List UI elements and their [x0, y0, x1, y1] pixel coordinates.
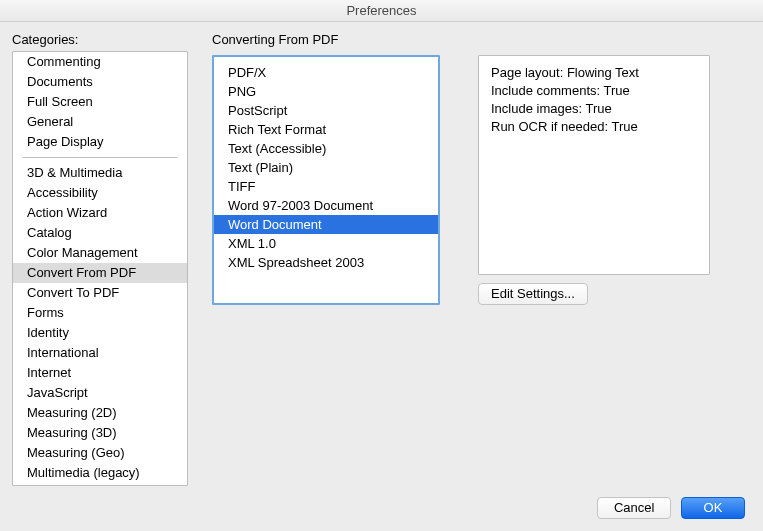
category-item[interactable]: Catalog	[13, 223, 187, 243]
edit-settings-button[interactable]: Edit Settings...	[478, 283, 588, 305]
category-item[interactable]: Page Display	[13, 132, 187, 152]
category-item[interactable]: Measuring (Geo)	[13, 443, 187, 463]
format-item[interactable]: Word 97-2003 Document	[214, 196, 438, 215]
category-item[interactable]: Commenting	[13, 52, 187, 72]
window-title: Preferences	[0, 0, 763, 22]
format-item[interactable]: Text (Accessible)	[214, 139, 438, 158]
category-item[interactable]: Internet	[13, 363, 187, 383]
cancel-button[interactable]: Cancel	[597, 497, 671, 519]
category-item[interactable]: Color Management	[13, 243, 187, 263]
category-item[interactable]: Convert To PDF	[13, 283, 187, 303]
format-item[interactable]: PDF/X	[214, 63, 438, 82]
category-item[interactable]: General	[13, 112, 187, 132]
detail-line: Include images: True	[491, 100, 697, 118]
category-item[interactable]: Identity	[13, 323, 187, 343]
format-item[interactable]: XML 1.0	[214, 234, 438, 253]
category-item[interactable]: JavaScript	[13, 383, 187, 403]
format-item[interactable]: PNG	[214, 82, 438, 101]
format-details: Page layout: Flowing TextInclude comment…	[478, 55, 710, 275]
category-item[interactable]: Multimedia (legacy)	[13, 463, 187, 483]
category-item[interactable]: Action Wizard	[13, 203, 187, 223]
detail-line: Run OCR if needed: True	[491, 118, 697, 136]
category-item[interactable]: 3D & Multimedia	[13, 163, 187, 183]
category-item[interactable]: Multimedia Trust (legacy)	[13, 483, 187, 486]
detail-line: Page layout: Flowing Text	[491, 64, 697, 82]
category-item[interactable]: Full Screen	[13, 92, 187, 112]
format-item[interactable]: Rich Text Format	[214, 120, 438, 139]
section-title: Converting From PDF	[212, 32, 749, 47]
category-item[interactable]: Accessibility	[13, 183, 187, 203]
category-item[interactable]: Documents	[13, 72, 187, 92]
detail-line: Include comments: True	[491, 82, 697, 100]
category-separator	[23, 157, 177, 158]
categories-label: Categories:	[12, 32, 188, 47]
format-item[interactable]: XML Spreadsheet 2003	[214, 253, 438, 272]
format-item[interactable]: Word Document	[214, 215, 438, 234]
format-item[interactable]: Text (Plain)	[214, 158, 438, 177]
format-list[interactable]: PDF/XPNGPostScriptRich Text FormatText (…	[212, 55, 440, 305]
format-item[interactable]: TIFF	[214, 177, 438, 196]
category-item[interactable]: International	[13, 343, 187, 363]
category-item[interactable]: Convert From PDF	[13, 263, 187, 283]
category-item[interactable]: Measuring (2D)	[13, 403, 187, 423]
format-item[interactable]: PostScript	[214, 101, 438, 120]
category-item[interactable]: Measuring (3D)	[13, 423, 187, 443]
ok-button[interactable]: OK	[681, 497, 745, 519]
categories-list[interactable]: CommentingDocumentsFull ScreenGeneralPag…	[12, 51, 188, 486]
category-item[interactable]: Forms	[13, 303, 187, 323]
